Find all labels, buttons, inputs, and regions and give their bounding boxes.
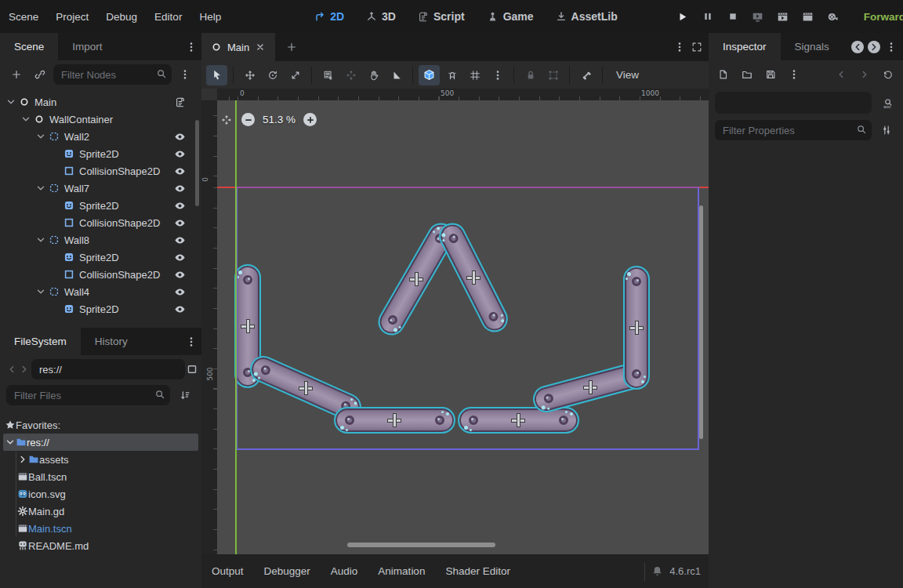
tab-assetlib[interactable]: AssetLib [546,5,627,28]
filesystem-row[interactable]: assets [0,451,201,468]
select-mode-button[interactable] [206,65,227,85]
tab-import[interactable]: Import [58,33,116,60]
play-custom-scene-button[interactable] [800,8,817,25]
stop-button[interactable] [724,8,742,25]
tree-collapse-icon[interactable] [34,131,47,142]
zoom-out-button[interactable] [241,113,255,126]
tab-debugger[interactable]: Debugger [254,565,321,577]
filter-files-input[interactable] [6,385,170,405]
node-position-gizmo[interactable] [583,380,597,394]
vertical-scrollbar[interactable] [699,205,703,439]
pan-mode-button[interactable] [363,65,384,85]
toggle-split-mode-icon[interactable] [187,359,198,379]
scene-tree-row[interactable]: Wall4 [0,283,201,300]
menu-scene[interactable]: Scene [0,11,47,23]
scene-tree-scrollbar[interactable] [195,120,199,206]
filesystem-row[interactable]: Ball.tscn [0,468,201,485]
tab-animation[interactable]: Animation [368,565,435,577]
node-position-gizmo[interactable] [511,413,525,427]
horizontal-scrollbar[interactable] [347,543,495,547]
snap-options-icon[interactable] [487,65,508,85]
filesystem-row[interactable]: Favorites: [0,416,201,434]
open-docs-icon[interactable]: DOC [878,93,898,114]
history-forward-icon[interactable] [854,64,875,85]
scene-tree-row[interactable]: Wall2 [0,128,201,145]
menu-help[interactable]: Help [190,11,230,23]
group-button[interactable] [542,65,564,85]
movie-maker-button[interactable] [825,8,842,25]
tree-collapse-icon[interactable] [17,454,28,465]
visibility-eye-icon[interactable] [174,200,186,212]
scene-tree-row[interactable]: Wall7 [0,180,201,197]
tree-collapse-icon[interactable] [34,286,47,297]
visibility-eye-icon[interactable] [174,286,186,298]
menu-debug[interactable]: Debug [97,11,146,23]
tab-audio[interactable]: Audio [321,565,368,577]
node-position-gizmo[interactable] [299,381,313,395]
position-select-button[interactable] [340,65,361,85]
grid-snap-button[interactable] [464,65,485,85]
filesystem-row[interactable]: README.md [0,537,201,554]
instance-scene-button[interactable] [30,64,50,85]
canvas-area[interactable]: 51.3 % [217,100,709,554]
visibility-eye-icon[interactable] [174,165,186,177]
node-position-gizmo[interactable] [409,272,423,286]
resource-menu-icon[interactable] [784,64,804,85]
tab-filesystem[interactable]: FileSystem [0,328,81,355]
scene-tree-row[interactable]: CollisionShape2D [0,266,201,283]
node-position-gizmo[interactable] [629,321,644,335]
visibility-eye-icon[interactable] [174,252,186,263]
zoom-in-button[interactable] [303,113,317,126]
add-node-button[interactable] [6,64,27,85]
ruler-mode-button[interactable] [386,65,407,85]
tree-collapse-icon[interactable] [34,183,47,194]
resource-path-input[interactable] [31,359,185,379]
zoom-percent[interactable]: 51.3 % [255,114,303,125]
scene-tree-row[interactable]: Sprite2D [0,145,201,162]
tree-collapse-icon[interactable] [20,114,32,125]
tree-collapse-icon[interactable] [5,96,17,107]
nav-forward-icon[interactable] [19,359,30,379]
new-resource-button[interactable] [713,64,734,85]
menu-editor[interactable]: Editor [146,11,190,23]
tree-collapse-icon[interactable] [5,437,16,448]
inspector-dock-menu-icon[interactable] [884,37,898,57]
visibility-eye-icon[interactable] [174,148,186,160]
tab-game[interactable]: Game [477,5,543,28]
filesystem-row[interactable]: res:// [3,434,198,451]
center-view-icon[interactable] [221,114,232,125]
node-position-gizmo[interactable] [241,319,255,333]
remote-play-button[interactable] [749,8,767,25]
smart-snap-button[interactable] [441,65,462,85]
nav-back-icon[interactable] [6,359,17,379]
load-resource-button[interactable] [737,64,757,85]
scene-dock-menu-icon[interactable] [181,37,201,57]
renderer-select[interactable]: Forward+ [864,11,903,23]
edit-history-icon[interactable] [878,64,898,85]
view-menu-button[interactable]: View [608,69,647,81]
filesystem-row[interactable]: Main.tscn [0,520,201,537]
property-tools-icon[interactable] [876,120,897,140]
tab-scene[interactable]: Scene [0,33,58,60]
node-position-gizmo[interactable] [466,270,481,285]
skeleton-options-button[interactable] [575,65,597,85]
move-mode-button[interactable] [239,65,260,85]
visibility-eye-icon[interactable] [174,269,186,281]
filter-nodes-input[interactable] [53,64,172,85]
tab-2d[interactable]: 2D [305,5,354,28]
tab-inspector[interactable]: Inspector [709,33,781,60]
lock-button[interactable] [520,65,541,85]
snap-cube-toggle-button[interactable] [419,65,440,85]
scene-tab-main[interactable]: Main [201,33,275,61]
play-button[interactable] [674,8,691,25]
tree-collapse-icon[interactable] [34,234,47,245]
play-scene-button[interactable] [774,8,792,25]
filesystem-row[interactable]: Main.gd [0,503,201,520]
dock-next-icon[interactable] [868,41,880,53]
close-icon[interactable] [255,42,266,53]
expand-viewport-icon[interactable] [691,42,702,53]
sort-files-icon[interactable] [175,385,195,405]
scale-mode-button[interactable] [285,65,306,85]
scene-tree-row[interactable]: Main [0,93,201,111]
tab-history[interactable]: History [81,328,142,355]
